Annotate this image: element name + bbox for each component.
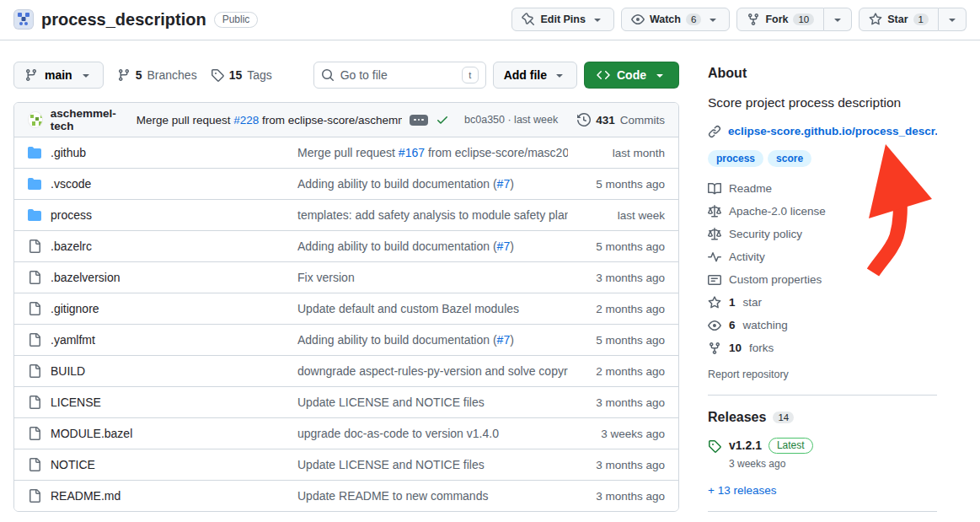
file-name-link[interactable]: NOTICE (51, 458, 95, 471)
pr-number-link[interactable]: #7 (497, 333, 511, 347)
file-name-link[interactable]: .gitignore (51, 302, 99, 315)
watch-button[interactable]: Watch 6 (621, 8, 730, 31)
code-button[interactable]: Code (584, 62, 679, 89)
table-row: NOTICE Update LICENSE and NOTICE files 3… (14, 449, 678, 480)
table-row: .vscode Adding ability to build document… (14, 168, 678, 199)
topic-tag[interactable]: score (768, 150, 811, 167)
visibility-badge: Public (214, 12, 259, 28)
git-branch-icon (24, 68, 38, 82)
topic-tags: processscore (708, 150, 937, 167)
sidebar-link[interactable]: 6 watching (708, 319, 937, 332)
file-icon (28, 458, 41, 471)
dir-icon (28, 146, 41, 159)
go-to-file-search[interactable]: t (313, 62, 486, 89)
sidebar-link[interactable]: Readme (708, 182, 937, 196)
release-version-link[interactable]: v1.2.1 (729, 439, 762, 452)
fork-dropdown-button[interactable] (824, 8, 852, 31)
row-commit-message[interactable]: Adding ability to build documentation (#… (297, 177, 568, 191)
file-icon (28, 489, 41, 503)
row-commit-message[interactable]: Merge pull request #167 from eclipse-sco… (297, 146, 568, 159)
row-commit-message[interactable]: templates: add safety analysis to module… (297, 208, 568, 222)
sidebar-link[interactable]: Security policy (708, 228, 937, 241)
git-branch-icon (117, 68, 131, 82)
eye-icon (631, 13, 645, 26)
star-icon (708, 296, 721, 309)
file-name-link[interactable]: BUILD (51, 364, 85, 378)
table-row: MODULE.bazel upgrade doc-as-code to vers… (14, 417, 678, 449)
checks-passed-icon[interactable] (436, 113, 449, 126)
row-commit-date: last week (568, 209, 665, 222)
row-commit-message[interactable]: Adding ability to build documentation (#… (297, 239, 568, 253)
row-commit-message[interactable]: Update LICENSE and NOTICE files (297, 458, 568, 471)
file-icon (28, 239, 41, 253)
row-commit-date: 3 months ago (568, 396, 665, 409)
row-commit-message[interactable]: Update README to new commands (297, 489, 568, 503)
branch-selector[interactable]: main (13, 62, 104, 89)
releases-heading: Releases 14 (708, 410, 937, 425)
row-commit-date: 2 months ago (568, 365, 665, 378)
website-link[interactable]: eclipse-score.github.io/process_descr... (728, 125, 937, 137)
pr-number-link[interactable]: #7 (497, 177, 511, 191)
add-file-button[interactable]: Add file (493, 62, 577, 89)
sidebar-link[interactable]: Activity (708, 250, 937, 264)
sidebar-link[interactable]: Custom properties (708, 273, 937, 287)
file-name-link[interactable]: .bazelversion (51, 271, 120, 284)
latest-release[interactable]: v1.2.1 Latest 3 weeks ago (708, 438, 937, 470)
org-avatar[interactable] (13, 9, 34, 30)
fork-button[interactable]: Fork 10 (736, 8, 824, 31)
commit-history-link[interactable]: 431 Commits (577, 113, 665, 126)
star-dropdown-button[interactable] (939, 8, 967, 31)
row-commit-message[interactable]: Fix version (297, 271, 568, 284)
commit-author-link[interactable]: aschemmel-tech (51, 107, 129, 132)
book-icon (708, 182, 721, 196)
pr-number-link[interactable]: #228 (233, 114, 259, 126)
keyboard-shortcut-hint: t (462, 67, 479, 83)
row-commit-message[interactable]: downgrade aspect-rules-py-version and so… (297, 364, 568, 378)
row-commit-date: 3 months ago (568, 459, 665, 471)
row-commit-message[interactable]: Update LICENSE and NOTICE files (297, 396, 568, 409)
file-icon (28, 364, 41, 378)
branches-link[interactable]: 5 Branches (117, 68, 197, 82)
sidebar-link[interactable]: 1 star (708, 296, 937, 309)
star-icon (869, 13, 882, 26)
file-name-link[interactable]: MODULE.bazel (51, 427, 132, 440)
sidebar-link[interactable]: Apache-2.0 license (708, 205, 937, 218)
pr-number-link[interactable]: #167 (399, 146, 425, 159)
chevron-down-icon (591, 13, 604, 26)
commit-message[interactable]: Merge pull request #228 from eclipse-sco… (137, 114, 402, 126)
file-name-link[interactable]: LICENSE (51, 396, 101, 409)
file-rows: .github Merge pull request #167 from ecl… (14, 137, 678, 511)
pr-number-link[interactable]: #7 (497, 239, 511, 253)
file-browser-table: aschemmel-tech Merge pull request #228 f… (13, 102, 679, 512)
commit-sha-link[interactable]: bc0a350 · last week (464, 114, 558, 126)
report-repository-link[interactable]: Report repository (708, 369, 789, 380)
sidebar-link[interactable]: 10 forks (708, 342, 937, 355)
row-commit-message[interactable]: upgrade doc-as-code to version v1.4.0 (297, 427, 568, 440)
fork-count: 10 (793, 13, 814, 25)
topic-tag[interactable]: process (708, 150, 763, 167)
repo-header: process_description Public Edit Pins Wat… (0, 0, 980, 40)
file-name-link[interactable]: .github (51, 146, 86, 159)
file-name-link[interactable]: README.md (51, 489, 120, 503)
chevron-down-icon (79, 68, 93, 82)
law-icon (708, 228, 721, 241)
row-commit-message[interactable]: Update default and custom Bazel modules (297, 302, 568, 315)
link-icon (708, 125, 721, 138)
file-name-link[interactable]: .bazelrc (51, 239, 92, 253)
tags-link[interactable]: 15 Tags (211, 68, 272, 82)
file-name-link[interactable]: .yamlfmt (51, 333, 95, 347)
history-icon (577, 113, 591, 126)
star-button[interactable]: Star 1 (859, 8, 939, 31)
file-name-link[interactable]: .vscode (51, 177, 91, 191)
file-name-link[interactable]: process (51, 208, 92, 222)
more-releases-link[interactable]: + 13 releases (708, 484, 776, 497)
file-icon (28, 302, 41, 315)
go-to-file-input[interactable] (340, 68, 456, 82)
edit-pins-button[interactable]: Edit Pins (511, 8, 613, 31)
repo-title[interactable]: process_description (41, 10, 206, 30)
chevron-down-icon (945, 13, 959, 26)
expand-commit-message-button[interactable] (410, 115, 428, 126)
commit-author-avatar[interactable] (28, 111, 43, 128)
row-commit-message[interactable]: Adding ability to build documentation (#… (297, 333, 568, 347)
tag-icon (211, 68, 224, 82)
